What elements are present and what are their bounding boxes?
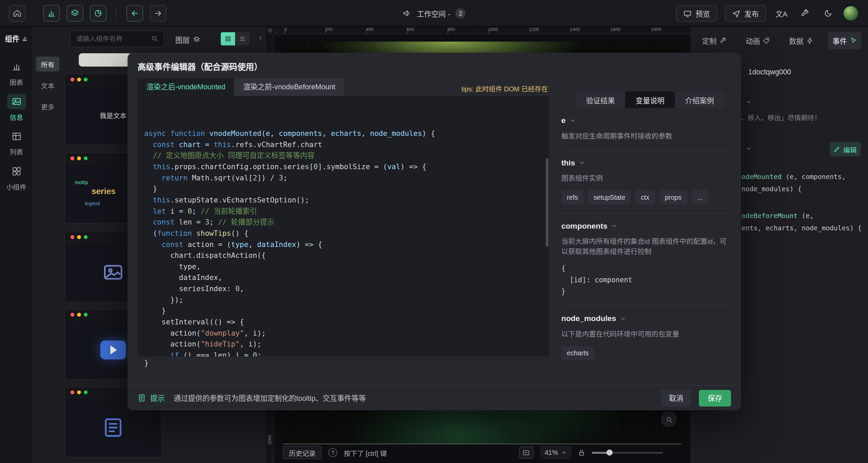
save-button[interactable]: 保存 [699,390,731,406]
fit-screen-button[interactable] [519,446,533,459]
rail-item-charts[interactable]: 图表 [0,59,33,87]
wordcloud-word: series [91,186,116,196]
event-code-fragment: node_modules) { [742,185,802,193]
editor-scrollbar[interactable] [546,158,548,247]
text-preview: 我是文本 [100,110,126,120]
grid-icon [225,35,231,42]
event-code-fragment: odeMounted (e, components, [742,173,846,181]
tab-data[interactable]: 数据 [785,32,818,50]
key-hint-text: 按下了 [ctrl] 键 [344,448,387,457]
code-editor[interactable]: async function vnodeMounted(e, component… [138,96,549,356]
components-code-sample: { [id]: component} [561,262,731,297]
category-more[interactable]: 更多 [36,99,59,114]
redo-button[interactable] [150,5,166,22]
pencil-icon [834,146,841,153]
chip-more[interactable]: ... [691,190,708,204]
code-line: chart.dispatchAction({ [144,250,549,261]
ruler-tick: 1000 [489,27,498,32]
collapse-panel-button[interactable] [258,35,264,42]
layers-tool-button[interactable] [67,5,83,22]
rail-title: 组件 [0,26,33,44]
chevron-down-icon [745,145,752,152]
modal-title: 高级事件编辑器（配合源码使用） [138,60,262,72]
code-line: return Math.sqrt(val[2]) / 3; [144,173,549,184]
rail-item-list[interactable]: 列表 [0,129,33,157]
code-line: action("downplay", i); [144,328,549,339]
arrow-left-icon [130,9,139,18]
pie-tool-button[interactable] [90,5,106,22]
tab-variable-docs[interactable]: 变量说明 [625,91,675,108]
rail-items: 图表 信息 列表 小组件 [0,59,33,191]
lock-icon [578,449,585,456]
chip-ctx[interactable]: ctx [635,190,655,204]
tips-text: tips: 此时组件 DOM 已经存在 [461,84,548,93]
ruler-tick: 800 [448,27,455,32]
widgets-icon [11,166,21,176]
chevron-down-icon [569,117,575,123]
preview-label: 预览 [695,8,710,19]
lock-zoom-button[interactable] [578,449,585,456]
tab-validation-result[interactable]: 验证结果 [576,91,625,108]
rail-title-label: 组件 [5,33,19,44]
publish-button[interactable]: 发布 [725,5,766,22]
dark-mode-button[interactable] [820,5,836,21]
canvas-zoom-button[interactable] [661,411,677,427]
user-avatar[interactable] [844,6,858,20]
list-view-button[interactable] [235,32,249,46]
divider [561,150,731,150]
cursor-icon [850,37,857,44]
send-icon [732,9,740,17]
var-section-node-modules[interactable]: node_modules [561,314,731,323]
divider [561,306,731,306]
grid-view-button[interactable] [221,32,235,46]
cancel-button[interactable]: 取消 [661,390,691,406]
node-modules-chips: echarts [561,346,731,360]
chart-tool-button[interactable] [43,5,60,22]
code-trailing-brace: } [144,359,148,367]
code-line: this.props.chartConfig.option.series[0].… [144,161,549,173]
var-section-e[interactable]: e [561,116,731,125]
lightning-icon [806,37,813,44]
events-hint-text: 、移入、移出」尽情期待！ [741,112,821,122]
category-text[interactable]: 文本 [36,78,59,93]
tools-button[interactable] [797,5,813,21]
chip-setupstate[interactable]: setupState [588,190,631,204]
rail-item-widgets[interactable]: 小组件 [0,164,33,192]
help-button[interactable]: ? [329,448,337,457]
rail-item-info[interactable]: 信息 [0,94,33,122]
screen-icon [523,449,530,456]
tab-events[interactable]: 事件 [828,32,861,50]
charts-icon [11,61,21,71]
tab-vnode-before-mount[interactable]: 渲染之前-vnodeBeforeMount [234,78,344,96]
var-section-this[interactable]: this [561,158,731,167]
section-collapse-button[interactable] [745,145,752,152]
section-collapse-button[interactable] [745,99,752,106]
chip-refs[interactable]: refs [561,190,583,204]
zoom-slider[interactable] [592,452,663,453]
language-button[interactable]: 文A [774,5,789,21]
tab-vnode-mounted[interactable]: 渲染之后-vnodeMounted [138,78,234,96]
search-input[interactable] [70,31,164,47]
zoom-select[interactable]: 41% [540,446,571,459]
chip-echarts[interactable]: echarts [561,346,594,360]
tab-animation[interactable]: 动画 [741,32,775,50]
tab-customize[interactable]: 定制 [698,32,731,50]
category-all[interactable]: 所有 [36,57,59,72]
chevron-down-icon [579,159,585,165]
tab-intro-examples[interactable]: 介绍案例 [675,91,724,108]
rail-item-label: 信息 [10,112,23,122]
mini-chart-icon [22,35,28,41]
var-name: components [561,221,607,230]
wrench-icon [720,37,727,44]
chip-props[interactable]: props [659,190,687,204]
var-section-components[interactable]: components [561,221,731,230]
history-button[interactable]: 历史记录 [283,446,322,459]
ruler-origin-button[interactable] [266,26,274,34]
undo-button[interactable] [126,5,143,22]
code-line: setInterval(() => { [144,317,549,328]
settings-tabs: 定制 动画 数据 事件 [691,26,868,49]
edit-events-button[interactable]: 编辑 [830,142,861,156]
home-button[interactable] [9,5,25,22]
zoom-slider-knob[interactable] [606,449,613,456]
preview-button[interactable]: 预览 [676,5,717,22]
